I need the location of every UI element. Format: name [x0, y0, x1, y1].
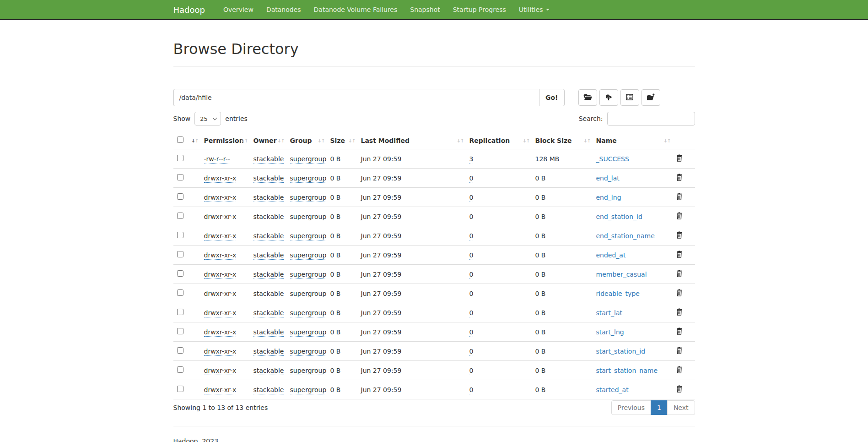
- replication-value[interactable]: 0: [469, 386, 474, 394]
- file-name-link[interactable]: started_at: [596, 386, 629, 393]
- directory-path-input[interactable]: [173, 89, 539, 106]
- row-checkbox[interactable]: [177, 347, 183, 354]
- permission-value[interactable]: drwxr-xr-x: [204, 194, 237, 202]
- owner-value[interactable]: stackable: [253, 328, 284, 337]
- owner-value[interactable]: stackable: [253, 271, 284, 279]
- delete-button[interactable]: [676, 308, 682, 317]
- nav-item-datanodes[interactable]: Datanodes: [260, 6, 307, 13]
- delete-button[interactable]: [676, 289, 682, 298]
- file-name-link[interactable]: start_station_id: [596, 348, 646, 355]
- owner-value[interactable]: stackable: [253, 232, 284, 240]
- row-checkbox[interactable]: [177, 193, 183, 200]
- replication-value[interactable]: 0: [469, 271, 474, 279]
- file-name-link[interactable]: rideable_type: [596, 290, 640, 297]
- upload-files-button[interactable]: [599, 89, 618, 106]
- permission-value[interactable]: drwxr-xr-x: [204, 386, 237, 394]
- row-checkbox[interactable]: [177, 366, 183, 373]
- nav-item-snapshot[interactable]: Snapshot: [404, 6, 446, 13]
- group-value[interactable]: supergroup: [290, 348, 327, 356]
- owner-value[interactable]: stackable: [253, 290, 284, 298]
- file-name-link[interactable]: member_casual: [596, 271, 647, 278]
- nav-item-startup-progress[interactable]: Startup Progress: [447, 6, 512, 13]
- group-value[interactable]: supergroup: [290, 175, 327, 183]
- replication-value[interactable]: 0: [469, 367, 474, 375]
- file-name-link[interactable]: _SUCCESS: [596, 155, 629, 163]
- delete-button[interactable]: [676, 270, 682, 278]
- row-checkbox[interactable]: [177, 174, 183, 180]
- delete-button[interactable]: [676, 193, 682, 202]
- row-checkbox[interactable]: [177, 270, 183, 277]
- group-value[interactable]: supergroup: [290, 328, 327, 337]
- file-name-link[interactable]: start_lat: [596, 309, 623, 316]
- nav-item-datanode-volume-failures[interactable]: Datanode Volume Failures: [307, 6, 404, 13]
- file-name-link[interactable]: end_station_name: [596, 232, 655, 240]
- row-checkbox[interactable]: [177, 309, 183, 315]
- permission-value[interactable]: drwxr-xr-x: [204, 175, 237, 183]
- owner-value[interactable]: stackable: [253, 367, 284, 375]
- group-value[interactable]: supergroup: [290, 386, 327, 394]
- delete-button[interactable]: [676, 212, 682, 221]
- file-name-link[interactable]: end_station_id: [596, 213, 642, 220]
- nav-item-overview[interactable]: Overview: [217, 6, 260, 13]
- owner-value[interactable]: stackable: [253, 213, 284, 221]
- header-owner[interactable]: Owner ↓↑: [250, 132, 286, 149]
- delete-button[interactable]: [676, 385, 682, 394]
- file-name-link[interactable]: start_station_name: [596, 367, 658, 374]
- new-folder-button[interactable]: [642, 89, 660, 106]
- delete-button[interactable]: [676, 347, 682, 355]
- row-checkbox[interactable]: [177, 251, 183, 257]
- row-checkbox[interactable]: [177, 232, 183, 238]
- nav-item-utilities[interactable]: Utilities: [512, 6, 556, 13]
- file-name-link[interactable]: ended_at: [596, 251, 626, 259]
- file-name-link[interactable]: end_lat: [596, 175, 620, 182]
- permission-value[interactable]: drwxr-xr-x: [204, 251, 237, 260]
- replication-value[interactable]: 0: [469, 213, 474, 221]
- group-value[interactable]: supergroup: [290, 232, 327, 240]
- group-value[interactable]: supergroup: [290, 290, 327, 298]
- permission-value[interactable]: drwxr-xr-x: [204, 348, 237, 356]
- row-checkbox[interactable]: [177, 328, 183, 334]
- create-directory-button[interactable]: [578, 89, 597, 106]
- group-value[interactable]: supergroup: [290, 194, 327, 202]
- replication-value[interactable]: 0: [469, 290, 474, 298]
- replication-value[interactable]: 0: [469, 194, 474, 202]
- delete-button[interactable]: [676, 231, 682, 240]
- header-replication[interactable]: Replication ↓↑: [466, 132, 532, 149]
- group-value[interactable]: supergroup: [290, 309, 327, 317]
- header-block-size[interactable]: Block Size ↓↑: [532, 132, 593, 149]
- replication-value[interactable]: 3: [469, 155, 474, 164]
- header-select-all[interactable]: ↓↑: [173, 132, 200, 149]
- header-permission[interactable]: Permission ↓↑: [200, 132, 250, 149]
- row-checkbox[interactable]: [177, 386, 183, 392]
- go-button[interactable]: Go!: [539, 89, 565, 106]
- replication-value[interactable]: 0: [469, 232, 474, 240]
- delete-button[interactable]: [676, 251, 682, 259]
- permission-value[interactable]: drwxr-xr-x: [204, 328, 237, 337]
- permission-value[interactable]: drwxr-xr-x: [204, 309, 237, 317]
- replication-value[interactable]: 0: [469, 309, 474, 317]
- group-value[interactable]: supergroup: [290, 367, 327, 375]
- replication-value[interactable]: 0: [469, 175, 474, 183]
- file-name-link[interactable]: end_lng: [596, 194, 621, 201]
- select-all-checkbox[interactable]: [177, 136, 183, 143]
- row-checkbox[interactable]: [177, 155, 183, 161]
- header-size[interactable]: Size ↓↑: [327, 132, 357, 149]
- permission-value[interactable]: drwxr-xr-x: [204, 367, 237, 375]
- delete-button[interactable]: [676, 366, 682, 375]
- permission-value[interactable]: drwxr-xr-x: [204, 271, 237, 279]
- replication-value[interactable]: 0: [469, 348, 474, 356]
- next-page-button[interactable]: Next: [667, 400, 695, 415]
- row-checkbox[interactable]: [177, 289, 183, 296]
- group-value[interactable]: supergroup: [290, 155, 327, 164]
- header-group[interactable]: Group ↓↑: [286, 132, 327, 149]
- permission-value[interactable]: drwxr-xr-x: [204, 290, 237, 298]
- owner-value[interactable]: stackable: [253, 386, 284, 394]
- delete-button[interactable]: [676, 174, 682, 182]
- permission-value[interactable]: -rw-r--r--: [204, 155, 230, 164]
- owner-value[interactable]: stackable: [253, 348, 284, 356]
- file-name-link[interactable]: start_lng: [596, 328, 624, 336]
- delete-button[interactable]: [676, 327, 682, 336]
- owner-value[interactable]: stackable: [253, 251, 284, 260]
- header-name[interactable]: Name ↓↑: [593, 132, 673, 149]
- group-value[interactable]: supergroup: [290, 251, 327, 260]
